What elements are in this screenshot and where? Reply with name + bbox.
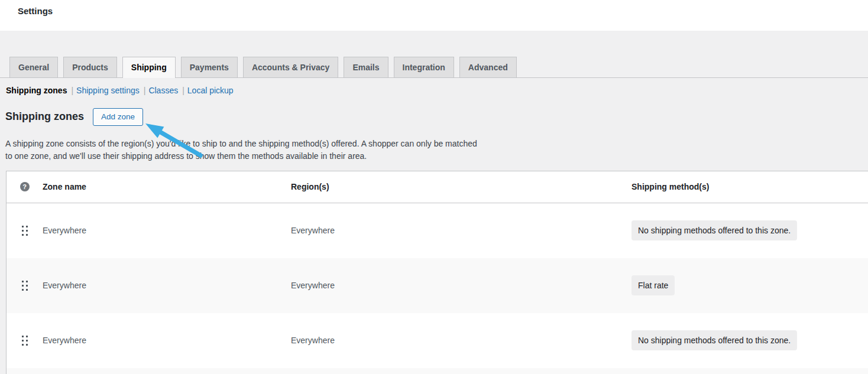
subnav-separator: | bbox=[71, 86, 73, 95]
shipping-zones-table: ? Zone name Region(s) Shipping method(s)… bbox=[6, 171, 868, 374]
regions-cell: Everywhere bbox=[290, 336, 631, 345]
top-bar: Settings bbox=[0, 0, 868, 31]
help-icon[interactable]: ? bbox=[20, 182, 30, 191]
subnav-item-shipping-settings[interactable]: Shipping settings bbox=[76, 86, 140, 95]
subnav-separator: | bbox=[182, 86, 184, 95]
table-row[interactable]: Everywhere Everywhere Flat rate bbox=[7, 258, 868, 313]
settings-page: { "page": { "title": "Settings" }, "tabs… bbox=[0, 0, 868, 374]
table-row-partial bbox=[7, 368, 868, 374]
drag-handle-icon[interactable] bbox=[21, 225, 28, 236]
column-header-zone-name: Zone name bbox=[43, 182, 290, 191]
drag-handle-icon[interactable] bbox=[21, 334, 28, 346]
tab-accounts-privacy[interactable]: Accounts & Privacy bbox=[243, 57, 339, 77]
zones-heading: Shipping zones bbox=[5, 110, 84, 123]
table-header-row: ? Zone name Region(s) Shipping method(s) bbox=[7, 171, 868, 203]
column-header-shipping-methods: Shipping method(s) bbox=[631, 182, 868, 191]
regions-cell: Everywhere bbox=[290, 281, 631, 290]
zones-description-line: A shipping zone consists of the region(s… bbox=[5, 138, 868, 150]
drag-handle-icon[interactable] bbox=[21, 279, 28, 291]
zone-name-cell[interactable]: Everywhere bbox=[43, 226, 290, 235]
tab-products[interactable]: Products bbox=[63, 57, 117, 77]
zones-description: A shipping zone consists of the region(s… bbox=[5, 138, 868, 162]
shipping-method-badge: No shipping methods offered to this zone… bbox=[631, 220, 797, 240]
tab-general[interactable]: General bbox=[9, 57, 58, 77]
shipping-method-badge: Flat rate bbox=[631, 275, 675, 295]
settings-tab-bar: General Products Shipping Payments Accou… bbox=[0, 57, 868, 78]
table-row[interactable]: Everywhere Everywhere No shipping method… bbox=[7, 313, 868, 368]
shipping-method-badge: No shipping methods offered to this zone… bbox=[631, 330, 797, 350]
column-header-regions: Region(s) bbox=[290, 182, 631, 191]
tab-emails[interactable]: Emails bbox=[344, 57, 388, 77]
admin-content-area: General Products Shipping Payments Accou… bbox=[0, 31, 868, 374]
subnav-item-shipping-zones[interactable]: Shipping zones bbox=[6, 86, 67, 95]
zone-name-cell[interactable]: Everywhere bbox=[43, 281, 290, 290]
regions-cell: Everywhere bbox=[290, 226, 631, 235]
subnav-item-classes[interactable]: Classes bbox=[148, 86, 178, 95]
add-zone-button[interactable]: Add zone bbox=[93, 108, 143, 126]
tab-payments[interactable]: Payments bbox=[181, 57, 238, 77]
zones-description-line: to one zone, and we'll use their shippin… bbox=[5, 150, 868, 162]
tab-shipping[interactable]: Shipping bbox=[122, 57, 176, 78]
page-title: Settings bbox=[18, 6, 53, 16]
zones-header: Shipping zones Add zone bbox=[5, 108, 868, 126]
shipping-subnav: Shipping zones|Shipping settings|Classes… bbox=[6, 86, 868, 95]
zone-name-cell[interactable]: Everywhere bbox=[43, 336, 290, 345]
table-row[interactable]: Everywhere Everywhere No shipping method… bbox=[7, 203, 868, 258]
tab-integration[interactable]: Integration bbox=[394, 57, 454, 77]
tab-advanced[interactable]: Advanced bbox=[459, 57, 517, 77]
subnav-item-local-pickup[interactable]: Local pickup bbox=[187, 86, 234, 95]
subnav-separator: | bbox=[144, 86, 146, 95]
